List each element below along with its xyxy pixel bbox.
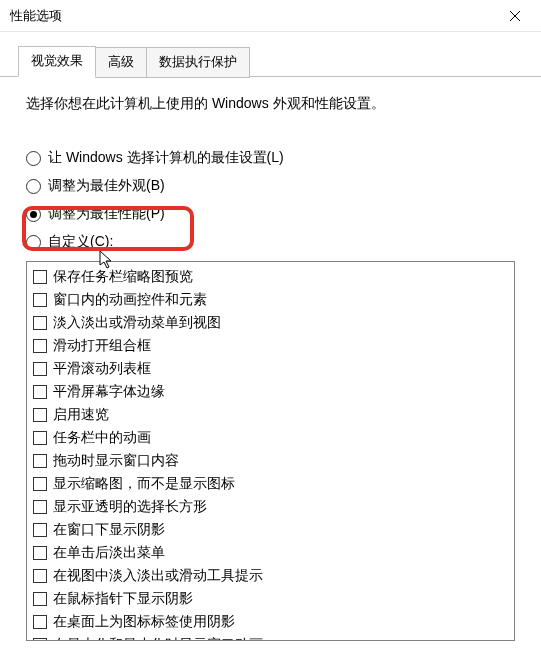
checkbox-icon <box>33 431 47 445</box>
checklist-item[interactable]: 在窗口下显示阴影 <box>29 518 512 541</box>
checklist-label: 任务栏中的动画 <box>53 427 151 448</box>
radio-let-windows-choose[interactable]: 让 Windows 选择计算机的最佳设置(L) <box>26 149 523 167</box>
window-title: 性能选项 <box>10 7 62 25</box>
radio-custom[interactable]: 自定义(C): <box>26 233 523 251</box>
checkbox-icon <box>33 615 47 629</box>
checklist-item[interactable]: 启用速览 <box>29 403 512 426</box>
checklist-label: 显示亚透明的选择长方形 <box>53 496 207 517</box>
checklist-item[interactable]: 淡入淡出或滑动菜单到视图 <box>29 311 512 334</box>
checklist-item[interactable]: 在单击后淡出菜单 <box>29 541 512 564</box>
checkbox-icon <box>33 500 47 514</box>
close-icon <box>509 10 521 22</box>
checkbox-icon <box>33 477 47 491</box>
checkbox-icon <box>33 638 47 642</box>
checklist-box[interactable]: 保存任务栏缩略图预览窗口内的动画控件和元素淡入淡出或滑动菜单到视图滑动打开组合框… <box>26 261 515 641</box>
tab-advanced[interactable]: 高级 <box>95 47 147 78</box>
checkbox-icon <box>33 339 47 353</box>
checkbox-icon <box>33 385 47 399</box>
checklist-item[interactable]: 任务栏中的动画 <box>29 426 512 449</box>
checkbox-icon <box>33 454 47 468</box>
checklist-item[interactable]: 显示缩略图，而不是显示图标 <box>29 472 512 495</box>
checklist-label: 在单击后淡出菜单 <box>53 542 165 563</box>
checklist-label: 启用速览 <box>53 404 109 425</box>
radio-best-appearance[interactable]: 调整为最佳外观(B) <box>26 177 523 195</box>
tab-panel: 选择你想在此计算机上使用的 Windows 外观和性能设置。 让 Windows… <box>0 76 541 641</box>
checkbox-icon <box>33 569 47 583</box>
description-text: 选择你想在此计算机上使用的 Windows 外观和性能设置。 <box>26 95 523 113</box>
checkbox-icon <box>33 316 47 330</box>
titlebar: 性能选项 <box>0 0 541 32</box>
radio-label: 自定义(C): <box>48 233 113 251</box>
checklist-label: 在视图中淡入淡出或滑动工具提示 <box>53 565 263 586</box>
checklist-label: 滑动打开组合框 <box>53 335 151 356</box>
checklist-item[interactable]: 拖动时显示窗口内容 <box>29 449 512 472</box>
checklist-item[interactable]: 平滑屏幕字体边缘 <box>29 380 512 403</box>
radio-label: 调整为最佳性能(P) <box>48 205 165 223</box>
checklist-item[interactable]: 保存任务栏缩略图预览 <box>29 265 512 288</box>
checklist-item[interactable]: 显示亚透明的选择长方形 <box>29 495 512 518</box>
checklist-item[interactable]: 窗口内的动画控件和元素 <box>29 288 512 311</box>
tab-dep[interactable]: 数据执行保护 <box>146 47 250 78</box>
tab-strip: 视觉效果 高级 数据执行保护 <box>18 46 541 77</box>
checklist-item[interactable]: 平滑滚动列表框 <box>29 357 512 380</box>
checkbox-icon <box>33 270 47 284</box>
radio-best-performance[interactable]: 调整为最佳性能(P) <box>26 205 523 223</box>
close-button[interactable] <box>495 2 535 30</box>
checklist-label: 保存任务栏缩略图预览 <box>53 266 193 287</box>
checklist-label: 拖动时显示窗口内容 <box>53 450 179 471</box>
radio-icon <box>26 179 41 194</box>
checkbox-icon <box>33 523 47 537</box>
checklist-item[interactable]: 在鼠标指针下显示阴影 <box>29 587 512 610</box>
radio-label: 调整为最佳外观(B) <box>48 177 165 195</box>
checkbox-icon <box>33 362 47 376</box>
checkbox-icon <box>33 293 47 307</box>
checklist-label: 平滑滚动列表框 <box>53 358 151 379</box>
checklist-item[interactable]: 滑动打开组合框 <box>29 334 512 357</box>
tab-label: 视觉效果 <box>31 53 83 68</box>
radio-icon <box>26 207 41 222</box>
tab-visual-effects[interactable]: 视觉效果 <box>18 46 96 77</box>
checkbox-icon <box>33 546 47 560</box>
checklist-label: 在鼠标指针下显示阴影 <box>53 588 193 609</box>
checklist-label: 平滑屏幕字体边缘 <box>53 381 165 402</box>
checklist-item[interactable]: 在最大化和最小化时显示窗口动画 <box>29 633 512 641</box>
checklist-label: 窗口内的动画控件和元素 <box>53 289 207 310</box>
radio-label: 让 Windows 选择计算机的最佳设置(L) <box>48 149 284 167</box>
checklist-label: 显示缩略图，而不是显示图标 <box>53 473 235 494</box>
checklist-label: 在窗口下显示阴影 <box>53 519 165 540</box>
tab-label: 高级 <box>108 54 134 69</box>
checklist-label: 淡入淡出或滑动菜单到视图 <box>53 312 221 333</box>
checkbox-icon <box>33 592 47 606</box>
checklist-label: 在桌面上为图标标签使用阴影 <box>53 611 235 632</box>
radio-group: 让 Windows 选择计算机的最佳设置(L) 调整为最佳外观(B) 调整为最佳… <box>26 149 523 251</box>
tab-label: 数据执行保护 <box>159 54 237 69</box>
checkbox-icon <box>33 408 47 422</box>
checklist-item[interactable]: 在桌面上为图标标签使用阴影 <box>29 610 512 633</box>
checklist-label: 在最大化和最小化时显示窗口动画 <box>53 634 263 641</box>
checklist-item[interactable]: 在视图中淡入淡出或滑动工具提示 <box>29 564 512 587</box>
radio-icon <box>26 151 41 166</box>
radio-icon <box>26 235 41 250</box>
